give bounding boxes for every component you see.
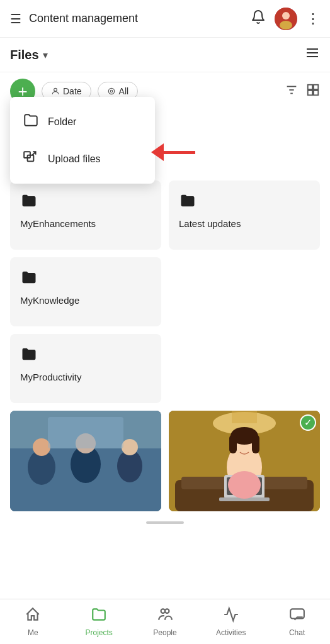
menu-icon[interactable]: ☰ [10,11,21,26]
folder-icon [23,112,39,131]
svg-rect-15 [314,90,318,94]
top-bar: ☰ Content management ⋮ [0,0,330,38]
nav-label-me: Me [28,628,38,637]
bottom-nav: Me Projects People Activities [0,599,330,644]
svg-point-6 [54,88,57,91]
dropdown-folder-item[interactable]: Folder [10,103,155,140]
avatar[interactable] [275,8,297,30]
nav-label-projects: Projects [86,628,113,637]
file-card-myenhancements[interactable]: MyEnhancements [10,180,161,250]
svg-point-2 [280,21,292,30]
view-controls [285,83,320,100]
folder-icon [20,345,151,365]
nav-label-chat: Chat [289,628,305,637]
nav-item-activities[interactable]: Activities [209,601,253,642]
files-dropdown-icon[interactable]: ▾ [43,49,48,61]
nav-item-people[interactable]: People [143,601,187,642]
file-card-myproductivity[interactable]: MyProductivity [10,334,161,403]
image-grid: ✓ [0,411,330,519]
svg-rect-37 [252,435,259,453]
people-icon [157,606,173,626]
files-menu-icon[interactable] [305,45,320,64]
svg-point-43 [165,609,169,613]
top-bar-actions: ⋮ [251,8,320,30]
file-grid: MyEnhancements Latest updates MyKnowledg… [0,173,330,411]
svg-point-25 [122,439,138,455]
file-card-name: Latest updates [179,218,310,229]
arrow-indicator [151,143,195,161]
bell-icon[interactable] [251,9,266,28]
folder-icon [179,192,310,212]
scroll-hint [0,519,330,529]
upload-files-label: Upload files [48,153,101,165]
svg-point-41 [228,471,261,499]
file-card-name: MyKnowledge [20,295,151,306]
nav-item-projects[interactable]: Projects [77,601,121,642]
files-header: Files ▾ [0,38,330,72]
svg-rect-12 [308,84,312,89]
files-title: Files [10,48,39,62]
upload-files-icon [23,149,39,169]
svg-rect-36 [229,435,237,453]
chat-icon [289,606,305,626]
nav-label-activities: Activities [216,628,246,637]
svg-point-8 [108,88,114,94]
all-chip-label: All [119,86,129,96]
activities-icon [223,606,239,626]
nav-item-chat[interactable]: Chat [275,601,319,642]
meeting-image-card[interactable] [10,411,161,511]
files-title-row: Files ▾ [10,48,48,62]
scroll-pill [146,521,184,524]
filter-settings-icon[interactable] [285,83,299,100]
svg-rect-26 [48,417,123,448]
svg-rect-13 [314,84,318,89]
folder-icon [20,192,151,212]
nav-label-people: People [153,628,176,637]
arrow-head [151,143,164,161]
file-card-name: MyEnhancements [20,218,151,229]
svg-point-21 [33,438,50,456]
home-icon [25,606,41,626]
nav-item-me[interactable]: Me [11,601,55,642]
svg-rect-14 [308,90,312,94]
add-dropdown: Folder Upload files [10,97,155,184]
image-checkmark: ✓ [300,414,316,431]
projects-folder-icon [91,606,107,626]
svg-point-7 [110,90,113,92]
svg-rect-30 [232,411,257,423]
date-chip-label: Date [63,86,82,96]
svg-point-1 [282,12,290,19]
laptop-woman-image-card[interactable]: ✓ [169,411,320,511]
arrow-shaft [164,151,195,154]
grid-view-icon[interactable] [306,83,320,100]
folder-label: Folder [48,116,76,128]
more-options-icon[interactable]: ⋮ [306,11,320,27]
file-card-latestupdates[interactable]: Latest updates [169,180,320,250]
page-title: Content management [29,12,251,25]
file-card-myknowledge[interactable]: MyKnowledge [10,257,161,326]
folder-icon [20,269,151,289]
file-card-name: MyProductivity [20,372,151,382]
dropdown-upload-item[interactable]: Upload files [10,140,155,177]
